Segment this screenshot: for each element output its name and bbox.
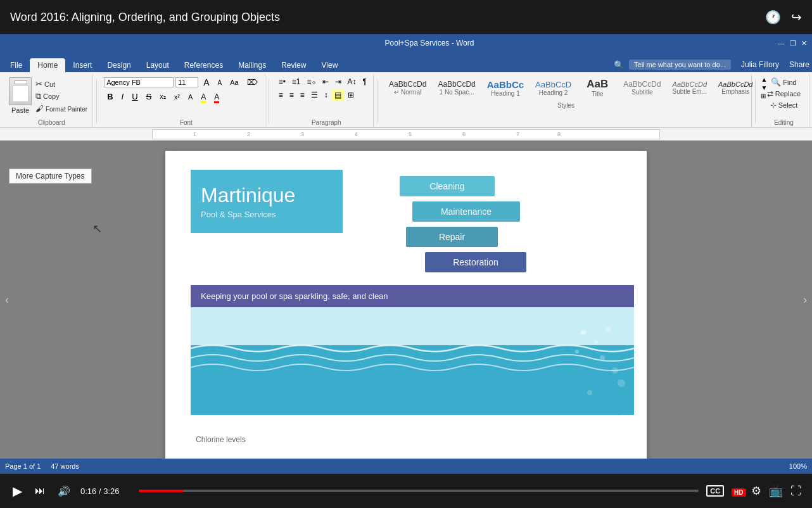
fullscreen-icon[interactable]: ⛶ bbox=[790, 485, 802, 498]
logo-services-area: Martinique Pool & Spa Services Cleaning … bbox=[191, 170, 621, 272]
time-display: 0:16 / 3:26 bbox=[80, 486, 131, 496]
style-nospace[interactable]: AaBbCcDd 1 No Spac... bbox=[433, 78, 479, 98]
style-heading1[interactable]: AaBbCc Heading 1 bbox=[483, 77, 528, 99]
align-center-button[interactable]: ≡ bbox=[287, 89, 296, 101]
decrease-font-button[interactable]: A bbox=[214, 78, 225, 87]
align-left-button[interactable]: ≡ bbox=[276, 89, 286, 101]
font-name-input[interactable] bbox=[104, 77, 174, 87]
style-subtle-emphasis[interactable]: AaBbCcDd Subtle Em... bbox=[668, 79, 711, 97]
tab-home[interactable]: Home bbox=[30, 58, 65, 72]
bullets-button[interactable]: ≡• bbox=[276, 76, 288, 87]
style-heading2[interactable]: AaBbCcD Heading 2 bbox=[531, 78, 576, 98]
minimize-button[interactable]: — bbox=[778, 39, 785, 48]
superscript-button[interactable]: x² bbox=[171, 92, 183, 102]
bottom-doc-area: Chlorine levels bbox=[191, 415, 621, 447]
paste-button[interactable]: Paste bbox=[6, 76, 34, 115]
chlorine-label: Chlorine levels bbox=[196, 435, 246, 444]
settings-button[interactable]: HD ⚙ bbox=[732, 484, 761, 498]
cut-button[interactable]: ✂ Cut bbox=[34, 79, 89, 89]
next-button[interactable]: ⏭ bbox=[32, 484, 48, 498]
svg-point-6 bbox=[600, 355, 605, 360]
word-doc-title: Pool+Spa Services - Word bbox=[81, 39, 778, 48]
shading-button[interactable]: ▤ bbox=[332, 89, 344, 101]
tab-design[interactable]: Design bbox=[99, 58, 138, 72]
style-title[interactable]: AaB Title bbox=[578, 76, 616, 99]
service-cleaning: Cleaning bbox=[400, 176, 495, 196]
sort-button[interactable]: A↕ bbox=[345, 76, 359, 87]
gear-icon: ⚙ bbox=[751, 485, 761, 497]
status-right-area: 100% bbox=[789, 462, 807, 470]
restore-button[interactable]: ❐ bbox=[790, 39, 796, 48]
logo-box: Martinique Pool & Spa Services bbox=[191, 170, 343, 233]
select-button[interactable]: ⊹ Select bbox=[768, 99, 801, 111]
font-size-input[interactable] bbox=[175, 77, 198, 87]
scroll-right-button[interactable]: › bbox=[803, 293, 807, 307]
line-spacing-button[interactable]: ↕ bbox=[322, 89, 331, 101]
scissors-icon: ✂ bbox=[35, 79, 42, 89]
format-painter-button[interactable]: 🖌 Format Painter bbox=[34, 103, 89, 114]
tab-review[interactable]: Review bbox=[274, 58, 314, 72]
text-effects-button[interactable]: A bbox=[185, 92, 196, 102]
align-right-button[interactable]: ≡ bbox=[298, 89, 307, 101]
banner-bar: Keeping your pool or spa sparkling, safe… bbox=[191, 285, 634, 307]
clock-icon[interactable]: 🕐 bbox=[765, 10, 781, 25]
document-page: Martinique Pool & Spa Services Cleaning … bbox=[165, 151, 647, 459]
tell-me-box[interactable]: Tell me what you want to do... bbox=[629, 60, 731, 70]
justify-button[interactable]: ☰ bbox=[308, 89, 320, 101]
cc-button[interactable]: CC bbox=[706, 485, 724, 497]
ribbon-divider-2 bbox=[269, 79, 269, 124]
text-highlight-button[interactable]: A bbox=[198, 91, 209, 103]
scroll-left-button[interactable]: ‹ bbox=[5, 293, 9, 307]
tab-view[interactable]: View bbox=[314, 58, 346, 72]
find-button[interactable]: 🔍 Find bbox=[768, 76, 799, 88]
tab-references[interactable]: References bbox=[177, 58, 231, 72]
play-pause-button[interactable]: ▶ bbox=[10, 482, 25, 500]
svg-point-5 bbox=[575, 350, 579, 353]
change-case-button[interactable]: Aa bbox=[227, 77, 241, 87]
video-title-bar: Word 2016: Aligning, Ordering, and Group… bbox=[0, 0, 812, 34]
svg-rect-0 bbox=[191, 307, 634, 345]
multilevel-button[interactable]: ≡⬦ bbox=[305, 76, 319, 87]
share-button[interactable]: Share bbox=[789, 60, 809, 69]
editing-group: 🔍 Find ⇄ Replace ⊹ Select Editing bbox=[759, 75, 809, 127]
copy-button[interactable]: ⧉ Copy bbox=[34, 91, 89, 102]
strikethrough-button[interactable]: S bbox=[143, 91, 155, 103]
underline-button[interactable]: U bbox=[129, 91, 141, 103]
decrease-indent-button[interactable]: ⇤ bbox=[320, 76, 331, 87]
increase-font-button[interactable]: A bbox=[200, 76, 212, 89]
progress-bar[interactable] bbox=[139, 490, 699, 492]
paintbrush-icon: 🖌 bbox=[35, 104, 44, 113]
bold-button[interactable]: B bbox=[104, 91, 116, 103]
close-button[interactable]: ✕ bbox=[801, 39, 807, 48]
borders-button[interactable]: ⊞ bbox=[345, 89, 357, 101]
font-color-button[interactable]: A bbox=[211, 91, 222, 103]
italic-button[interactable]: I bbox=[118, 91, 127, 103]
svg-point-7 bbox=[612, 367, 618, 374]
style-emphasis[interactable]: AaBbCcDd Emphasis bbox=[714, 79, 757, 97]
numbering-button[interactable]: ≡1 bbox=[289, 76, 303, 87]
company-subtitle: Pool & Spa Services bbox=[201, 210, 333, 219]
style-subtitle[interactable]: AaBbCcDd Subtitle bbox=[619, 78, 665, 98]
word-count: 47 words bbox=[51, 462, 79, 470]
user-name: Julia Fillory bbox=[741, 60, 779, 69]
clear-formatting-button[interactable]: ⌦ bbox=[244, 77, 261, 88]
page-info: Page 1 of 1 bbox=[5, 462, 41, 470]
share-icon[interactable]: ↪ bbox=[791, 10, 802, 25]
show-formatting-button[interactable]: ¶ bbox=[360, 76, 369, 87]
tab-insert[interactable]: Insert bbox=[65, 58, 99, 72]
replace-icon: ⇄ bbox=[767, 89, 773, 98]
increase-indent-button[interactable]: ⇥ bbox=[333, 76, 344, 87]
progress-bar-fill bbox=[139, 490, 184, 492]
style-normal[interactable]: AaBbCcDd ↵ Normal bbox=[384, 78, 431, 98]
copy-icon: ⧉ bbox=[35, 91, 41, 101]
ribbon-tab-bar: File Home Insert Design Layout Reference… bbox=[0, 52, 812, 72]
tab-file[interactable]: File bbox=[3, 58, 30, 72]
volume-button[interactable]: 🔊 bbox=[55, 484, 73, 498]
airplay-icon[interactable]: 📺 bbox=[769, 484, 783, 498]
capture-types-tooltip[interactable]: More Capture Types bbox=[9, 168, 92, 184]
tab-layout[interactable]: Layout bbox=[139, 58, 177, 72]
subscript-button[interactable]: x₂ bbox=[156, 91, 169, 102]
tab-mailings[interactable]: Mailings bbox=[231, 58, 274, 72]
replace-button[interactable]: ⇄ Replace bbox=[764, 88, 803, 99]
ruler: 1 2 3 4 5 6 7 8 bbox=[0, 128, 812, 141]
